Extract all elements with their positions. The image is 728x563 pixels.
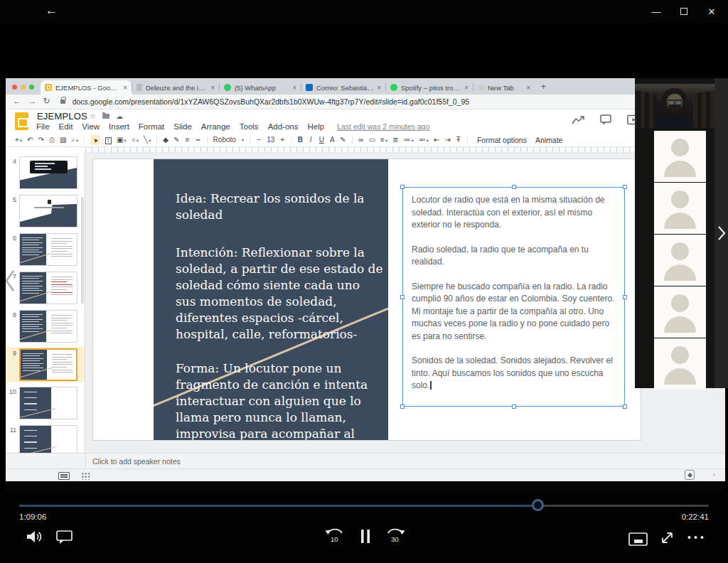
mac-minimize-icon[interactable] <box>21 85 26 90</box>
mac-close-icon[interactable] <box>12 85 17 90</box>
slide-thumbnail-4[interactable] <box>19 156 77 189</box>
skip-back-10-icon[interactable]: 10 <box>324 526 346 545</box>
textbox-paragraph[interactable]: Radio soledad, la radio que te acompaña … <box>412 244 616 269</box>
seek-handle[interactable] <box>532 499 544 511</box>
bold-button[interactable]: B <box>297 136 303 144</box>
slide-thumbnail-row[interactable]: 11 <box>6 424 85 453</box>
resize-handle-w[interactable] <box>400 295 405 299</box>
insert-link-icon[interactable]: ∞ <box>358 136 364 144</box>
textbox-paragraph[interactable]: Siempre he buscado compañía en la radio.… <box>412 281 616 343</box>
resize-handle-nw[interactable] <box>400 185 405 189</box>
indent-decrease-icon[interactable]: ⇤ <box>434 136 439 144</box>
back-icon[interactable]: ← <box>46 4 58 18</box>
menu-file[interactable]: File <box>36 122 50 131</box>
fullscreen-icon[interactable] <box>659 530 675 546</box>
browser-tab[interactable]: Spotify – pitos tropicaribes× <box>386 80 473 95</box>
insert-comment-icon[interactable]: ▭ <box>369 136 375 144</box>
menu-tools[interactable]: Tools <box>240 122 259 131</box>
italic-button[interactable]: I <box>308 136 314 144</box>
animate-button[interactable]: Animate <box>535 136 563 144</box>
filmstrip-view-icon[interactable] <box>58 472 70 480</box>
last-edit-link[interactable]: Last edit was 2 minutes ago <box>337 122 429 131</box>
redo-icon[interactable]: ↷ <box>38 136 44 144</box>
textbox-paragraph[interactable]: Sonidos de la soledad. Sonidos alejados.… <box>412 355 616 392</box>
bulleted-list-icon[interactable]: ≕▾ <box>419 136 429 144</box>
menu-format[interactable]: Format <box>139 122 164 131</box>
font-size-decrease[interactable]: − <box>256 136 262 144</box>
slide-thumbnail-5[interactable] <box>19 195 77 227</box>
slide-filmstrip[interactable]: 4567891011 <box>6 153 85 453</box>
slide-paragraph[interactable]: Idea: Recrear los sonidos de la soledad <box>176 191 383 223</box>
underline-button[interactable]: U <box>318 136 324 144</box>
menu-insert[interactable]: Insert <box>109 122 129 131</box>
tab-close-icon[interactable]: × <box>292 84 296 92</box>
browser-back-icon[interactable]: ← <box>13 97 21 106</box>
format-options-button[interactable]: Format options <box>477 136 527 144</box>
print-icon[interactable]: ⎙ <box>49 136 55 144</box>
border-color-icon[interactable]: ✎ <box>173 136 179 144</box>
more-options-icon[interactable] <box>687 535 705 540</box>
slide-thumbnail-row[interactable]: 10 <box>6 385 85 421</box>
slides-logo-icon[interactable] <box>15 112 28 130</box>
filmstrip-scrollbar[interactable] <box>81 197 84 304</box>
tab-close-icon[interactable]: × <box>526 84 530 92</box>
slide-thumbnail-row[interactable]: 7 <box>6 270 85 306</box>
slide-thumbnail-row[interactable]: 6 <box>6 232 85 267</box>
line-spacing-icon[interactable]: ≣ <box>392 136 398 144</box>
slide-thumbnail-11[interactable] <box>19 425 77 453</box>
move-folder-icon[interactable] <box>102 114 109 119</box>
slide-thumbnail-6[interactable] <box>19 233 77 266</box>
volume-icon[interactable] <box>26 529 43 545</box>
resize-handle-e[interactable] <box>623 295 627 299</box>
skip-forward-30-icon[interactable]: 30 <box>385 526 406 545</box>
font-size-increase[interactable]: + <box>279 136 285 144</box>
slide-thumbnail-9[interactable] <box>19 348 77 381</box>
image-tool[interactable]: ▣▾ <box>117 136 127 144</box>
select-tool[interactable]: ▶ <box>90 135 100 145</box>
slide-thumbnail-8[interactable] <box>19 310 77 343</box>
menu-slide[interactable]: Slide <box>173 122 192 131</box>
browser-tab[interactable]: New Tab× <box>473 80 535 95</box>
new-tab-button[interactable]: + <box>541 82 546 92</box>
tab-close-icon[interactable]: × <box>123 84 127 92</box>
browser-tab[interactable]: (5) WhatsApp× <box>220 80 301 95</box>
document-title[interactable]: EJEMPLOS <box>37 111 87 122</box>
browser-tab[interactable]: EJEMPLOS - Google Slides× <box>41 80 132 95</box>
resize-handle-s[interactable] <box>512 404 516 409</box>
font-size-value[interactable]: 13 <box>267 136 274 144</box>
browser-tab[interactable]: Correo: Sebastian de Jesus D...× <box>301 80 385 95</box>
fill-color-icon[interactable]: ◆ <box>163 136 168 144</box>
carousel-prev-button[interactable] <box>4 269 16 296</box>
align-icon[interactable]: ≡▾ <box>380 136 387 144</box>
slide-thumbnail-row[interactable]: 5 <box>6 193 85 229</box>
browser-tab[interactable]: Deleuze and the internet× <box>132 80 219 95</box>
chevron-right-small-icon[interactable]: › <box>713 471 715 478</box>
slide-left-panel[interactable]: Idea: Recrear los sonidos de la soledadI… <box>154 159 388 440</box>
browser-reload-icon[interactable]: ↻ <box>43 97 50 106</box>
slide-thumbnail-row[interactable]: 9 <box>6 347 85 382</box>
font-family-select[interactable]: Roboto <box>213 136 236 144</box>
border-dash-icon[interactable]: ┅ <box>196 136 201 144</box>
menu-add-ons[interactable]: Add-ons <box>268 122 299 131</box>
tab-close-icon[interactable]: × <box>464 84 469 92</box>
clear-formatting-icon[interactable]: Ŧ <box>456 136 461 144</box>
text-box-tool[interactable]: T <box>105 136 112 144</box>
selected-text-box[interactable]: Locutor de radio que está en la misma si… <box>402 187 625 407</box>
grid-view-icon[interactable] <box>81 472 90 480</box>
slide-page[interactable]: Idea: Recrear los sonidos de la soledadI… <box>92 159 641 441</box>
resize-handle-n[interactable] <box>512 185 516 189</box>
tab-close-icon[interactable]: × <box>210 84 215 92</box>
resize-handle-ne[interactable] <box>623 185 627 189</box>
browser-forward-icon[interactable]: → <box>28 97 37 106</box>
slide-paragraph[interactable]: Intención: Reflexionar sobre la soledad,… <box>176 245 383 343</box>
zoom-icon[interactable]: ⌕▾ <box>71 136 78 144</box>
menu-edit[interactable]: Edit <box>59 122 73 131</box>
resize-handle-se[interactable] <box>623 404 627 409</box>
slide-thumbnail-row[interactable]: 8 <box>6 309 85 344</box>
text-box-content[interactable]: Locutor de radio que está en la misma si… <box>403 188 624 406</box>
menu-arrange[interactable]: Arrange <box>201 122 230 131</box>
close-icon[interactable]: ✕ <box>707 7 717 16</box>
carousel-next-strip[interactable] <box>714 78 728 388</box>
maximize-icon[interactable] <box>680 8 687 15</box>
numbered-list-icon[interactable]: ≔▾ <box>404 136 414 144</box>
